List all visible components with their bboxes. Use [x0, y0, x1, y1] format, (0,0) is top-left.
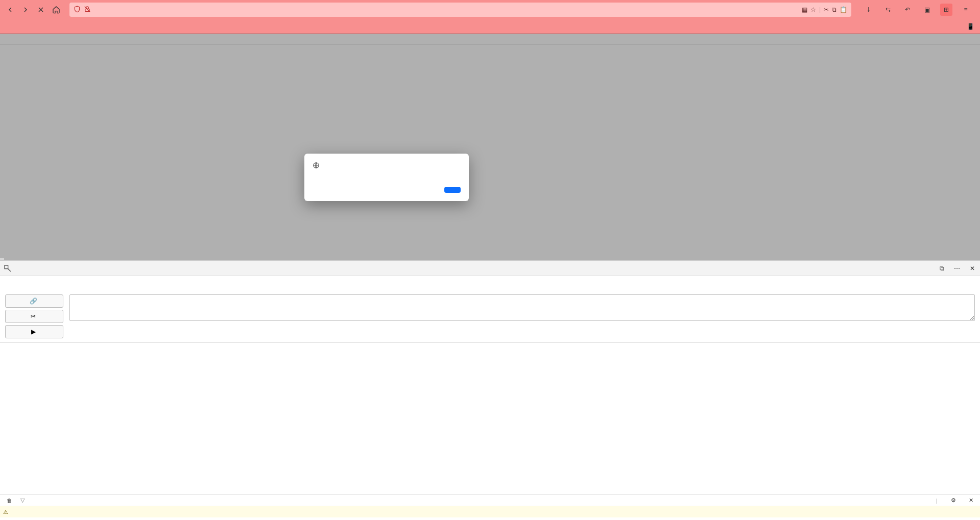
toolbar-right: ⭳ ⇆ ↶ ▣ ⊞ ≡ [858, 4, 976, 16]
modal-overlay [0, 34, 980, 260]
more-icon[interactable]: ⋯ [951, 262, 963, 275]
console-panel: 🗑 ▽ | ⚙ ✕ ⚠ [0, 494, 980, 520]
svg-rect-2 [5, 265, 8, 269]
dialog-ok-button[interactable] [444, 187, 461, 193]
load-url-button[interactable]: 🔗 [5, 294, 63, 308]
mobile-bookmarks[interactable]: 📱 [967, 23, 976, 30]
close-devtools-icon[interactable]: ✕ [966, 262, 978, 275]
globe-icon [313, 162, 320, 170]
menu-icon[interactable]: ≡ [960, 4, 972, 16]
bookmarks-bar: 📱 [0, 19, 980, 34]
filter-input[interactable] [30, 498, 70, 504]
stop-icon[interactable] [35, 4, 47, 16]
nav-row: ▦ ☆ | ✂ ⧉ 📋 ⭳ ⇆ ↶ ▣ ⊞ ≡ [0, 0, 980, 19]
sync-icon[interactable]: ⇆ [882, 4, 894, 16]
cut-icon[interactable]: ✂ [824, 6, 829, 13]
page-content [0, 34, 980, 260]
undo-icon[interactable]: ↶ [901, 4, 914, 16]
warning-icon: ⚠ [3, 509, 8, 515]
alert-dialog [304, 154, 469, 201]
hackbar-url-input[interactable] [69, 294, 975, 321]
shield-icon [74, 6, 81, 14]
gear-icon[interactable]: ⚙ [947, 494, 960, 507]
devtools-tabs: ⧉ ⋯ ✕ [0, 261, 980, 276]
star-icon[interactable]: ☆ [810, 6, 816, 13]
lock-icon [84, 6, 91, 14]
devtools-icon[interactable]: ⊞ [940, 4, 952, 16]
back-icon[interactable] [4, 4, 16, 16]
url-bar[interactable]: ▦ ☆ | ✂ ⧉ 📋 [69, 3, 851, 17]
execute-button[interactable]: ▶ [5, 325, 63, 338]
console-warning-row: ⚠ [0, 506, 980, 517]
browser-chrome: ▦ ☆ | ✂ ⧉ 📋 ⭳ ⇆ ↶ ▣ ⊞ ≡ 📱 [0, 0, 980, 34]
extension-icon[interactable]: ▣ [921, 4, 933, 16]
devtools: ⧉ ⋯ ✕ 🔗 ✂ ▶ [0, 260, 980, 343]
dock-icon[interactable]: ⧉ [936, 262, 948, 275]
dialog-message [313, 170, 461, 187]
hackbar-options [69, 323, 975, 331]
home-icon[interactable] [50, 4, 62, 16]
copy-icon[interactable]: ⧉ [832, 6, 836, 13]
forward-icon[interactable] [19, 4, 32, 16]
filter-icon[interactable]: ▽ [20, 497, 25, 504]
trash-icon[interactable]: 🗑 [3, 494, 15, 507]
close-console-icon[interactable]: ✕ [965, 494, 977, 507]
status-bar [0, 258, 4, 260]
hackbar-panel: 🔗 ✂ ▶ [0, 276, 980, 343]
split-url-button[interactable]: ✂ [5, 310, 63, 323]
download-icon[interactable]: ⭳ [863, 4, 875, 16]
inspect-icon[interactable] [2, 262, 14, 275]
paste-icon[interactable]: 📋 [840, 6, 847, 13]
hackbar-menu [0, 276, 980, 290]
qr-icon[interactable]: ▦ [802, 6, 807, 13]
